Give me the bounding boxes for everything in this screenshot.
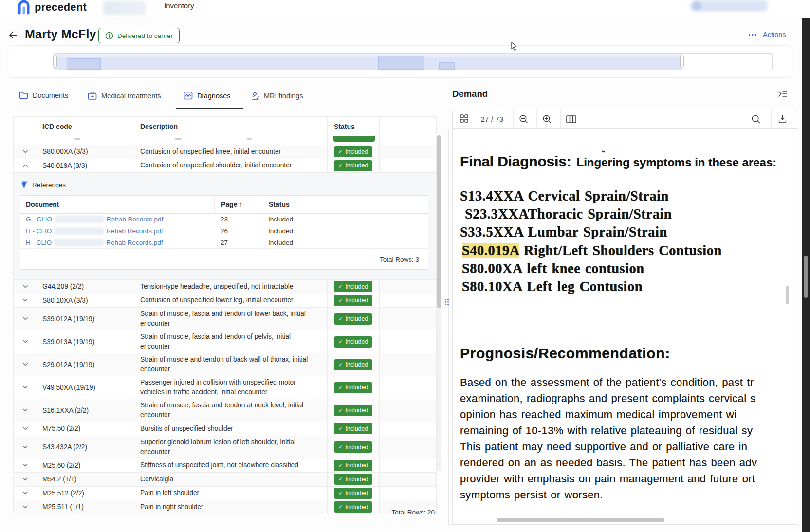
pdf-viewer[interactable]: Final Diagnosis:Lingering symptoms in th…	[452, 129, 798, 525]
logo-wordmark: precedent	[35, 1, 87, 14]
reference-row[interactable]: H - CLIORehab Records.pdf 27 Included	[20, 237, 428, 249]
window-scrollbar-track	[802, 0, 810, 532]
document-header: Document	[20, 196, 214, 213]
table-total: Total Rows: 20	[13, 509, 435, 516]
chevron-down-icon[interactable]	[22, 445, 28, 449]
chevron-down-icon[interactable]	[22, 427, 28, 431]
table-row[interactable]: S39.013A (19/19) Strain of muscle, fasci…	[14, 330, 436, 353]
timeline-range-topline	[55, 54, 682, 57]
document-link[interactable]: H - CLIORehab Records.pdf	[26, 227, 163, 235]
reference-row[interactable]: H - CLIORehab Records.pdf 26 Included	[20, 225, 428, 237]
zoom-out-icon[interactable]	[519, 114, 529, 124]
chevron-down-icon[interactable]	[22, 408, 28, 412]
diagnosis-code-line: S40.019A Right/Left Shoulders Contusion	[460, 243, 722, 261]
chevron-down-icon[interactable]	[22, 298, 28, 302]
table-row[interactable]: M75.50 (2/2) Bursitis of unspecified sho…	[14, 422, 436, 436]
paragraph-line: examination, radiographs and present com…	[460, 392, 757, 408]
icd-code-cell: V49.50XA (19/19)	[37, 376, 134, 399]
icd-code-cell: G44.209 (2/2)	[37, 280, 134, 294]
table-row[interactable]: M25.512 (2/2) Pain in left shoulder ✓Inc…	[14, 487, 436, 501]
table-row[interactable]: G44.209 (2/2) Tension-type headache, uns…	[14, 280, 436, 294]
pdf-horizontal-scrollbar-thumb[interactable]	[497, 518, 664, 522]
blurred-badge	[103, 1, 146, 15]
chevron-down-icon[interactable]	[22, 340, 28, 344]
ref-status-cell: Included	[263, 225, 338, 237]
blurred-account-pill[interactable]	[690, 0, 768, 12]
timeline-selected-range[interactable]	[55, 54, 682, 70]
heading-bold: Final Diagnosis:	[460, 153, 571, 169]
ref-status-cell: Included	[263, 214, 338, 225]
status-badge-label: Included	[345, 361, 368, 368]
table-row[interactable]: V49.50XA (19/19) Passenger injured in co…	[14, 376, 436, 399]
document-file: Rehab Records.pdf	[106, 227, 163, 235]
page-cell: 27	[214, 237, 263, 248]
timeline-track[interactable]	[54, 53, 773, 70]
table-row[interactable]: M54.2 (1/1) Cervicalgia ✓Included	[14, 473, 436, 487]
table-row[interactable]: S16.1XXA (2/2) Strain of muscle, fascia …	[14, 399, 436, 422]
timeline-handle-left[interactable]	[53, 55, 57, 68]
check-icon: ✓	[338, 362, 343, 368]
tab-medical-treatments[interactable]: Medical treatments	[88, 92, 161, 100]
download-icon[interactable]	[778, 114, 787, 124]
chevron-down-icon[interactable]	[22, 150, 28, 154]
zoom-in-icon[interactable]	[542, 114, 552, 124]
pdf-vertical-scrollbar-thumb[interactable]	[786, 286, 789, 304]
search-icon[interactable]	[751, 114, 761, 124]
thumbnail-grid-icon[interactable]	[460, 114, 468, 123]
status-badge-label: Delivered to carrier	[117, 32, 173, 39]
document-link[interactable]: H - CLIORehab Records.pdf	[26, 239, 163, 246]
timeline-handle-right[interactable]	[680, 55, 684, 68]
page-header[interactable]: Page ↑	[214, 196, 263, 213]
collapse-panel-icon[interactable]	[777, 90, 788, 98]
chevron-down-icon[interactable]	[22, 477, 28, 481]
icd-code-cell: S80.00XA (3/3)	[37, 145, 134, 159]
table-row[interactable]: S40.019A (3/3) Contusion of unspecified …	[14, 159, 436, 173]
chevron-down-icon[interactable]	[22, 363, 28, 367]
medkit-icon	[88, 92, 97, 100]
chart-icon	[184, 92, 193, 100]
table-row[interactable]: S29.012A (19/19) Strain of muscle and te…	[14, 353, 436, 376]
document-link[interactable]: G - CLIORehab Records.pdf	[26, 216, 163, 223]
chevron-down-icon[interactable]	[22, 491, 28, 495]
clipped-table-row[interactable]	[14, 136, 436, 145]
chevron-down-icon[interactable]	[22, 317, 28, 321]
empty-header	[338, 196, 428, 213]
table-row[interactable]: M25.60 (2/2) Stiffness of unspecified jo…	[14, 459, 436, 473]
chevron-up-icon[interactable]	[22, 164, 28, 167]
timeline-event-block[interactable]	[378, 56, 424, 70]
check-icon: ✓	[338, 316, 343, 322]
tab-diagnoses[interactable]: Diagnoses	[184, 92, 231, 100]
actions-button[interactable]: Actions	[748, 31, 786, 38]
references-total: Total Rows: 3	[20, 249, 428, 269]
timeline-event-block[interactable]	[67, 58, 101, 70]
panel-divider	[448, 130, 449, 526]
reference-row[interactable]: G - CLIORehab Records.pdf 23 Included	[20, 214, 428, 225]
scan-artifact	[602, 150, 605, 153]
chevron-down-icon[interactable]	[22, 463, 28, 467]
chevron-down-icon[interactable]	[22, 385, 28, 389]
nav-inventory[interactable]: Inventory	[164, 1, 194, 10]
included-badge: ✓Included	[334, 460, 372, 471]
timeline-event-block[interactable]	[439, 62, 455, 70]
table-row[interactable]: S80.00XA (3/3) Contusion of unspecified …	[14, 145, 436, 159]
table-row[interactable]: S80.10XA (3/3) Contusion of unspecified …	[14, 294, 436, 308]
icd-code-cell: M54.2 (1/1)	[37, 473, 134, 486]
search-highlight: S40.019A	[462, 243, 519, 258]
app-logo[interactable]: precedent	[18, 0, 87, 15]
icd-code-cell: S39.013A (19/19)	[37, 330, 134, 353]
document-file: Rehab Records.pdf	[107, 216, 163, 223]
chevron-down-icon[interactable]	[22, 285, 28, 289]
table-row[interactable]: S39.012A (19/19) Strain of muscle, fasci…	[14, 308, 436, 330]
tab-mri-findings[interactable]: MRI findings	[251, 92, 303, 100]
window-scrollbar-thumb[interactable]	[804, 256, 808, 298]
columns-view-icon[interactable]	[566, 115, 576, 123]
tab-documents[interactable]: Documents	[19, 92, 68, 99]
table-scrollbar-thumb[interactable]	[437, 135, 441, 308]
icd-code-cell: S29.012A (19/19)	[37, 353, 134, 376]
table-row[interactable]: S43.432A (2/2) Superior glenoid labrum l…	[14, 436, 436, 459]
panel-drag-handle-icon[interactable]	[444, 298, 449, 306]
back-arrow-icon[interactable]	[8, 30, 19, 41]
icd-code-cell: M75.50 (2/2)	[37, 422, 134, 436]
timeline-card	[8, 45, 792, 78]
actions-label: Actions	[763, 31, 786, 38]
